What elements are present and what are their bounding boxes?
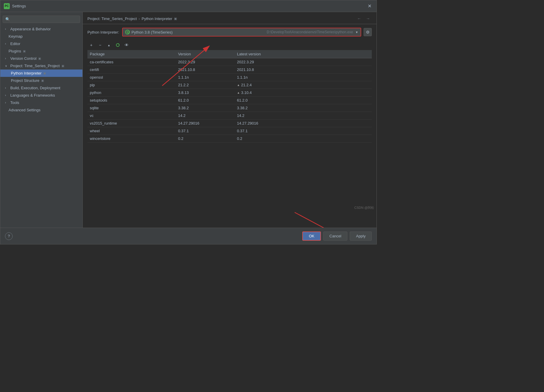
main-content: Project: Time_Series_Project › Python In… [83,12,377,228]
package-version: 0.2 [178,136,237,141]
sidebar-item-label: Tools [10,100,19,105]
interpreter-status-icon [125,30,130,34]
sidebar-item-tools[interactable]: › Tools [0,99,82,106]
package-version: 61.2.0 [178,98,237,102]
table-row[interactable]: setuptools61.2.061.2.0 [87,97,372,104]
package-name: wincertstore [90,136,178,141]
sidebar-item-label: Plugins [9,49,21,53]
watermark: CSDN @阿松 [354,206,374,210]
package-latest: 0.2 [237,136,369,141]
package-name: python [90,90,178,95]
cancel-button[interactable]: Cancel [323,231,347,241]
package-latest: 3.38.2 [237,106,369,110]
sidebar-item-project[interactable]: ∨ Project: Time_Series_Project ▣ [0,62,82,70]
package-name: pip [90,83,178,87]
sidebar-item-label: Appearance & Behavior [10,27,51,31]
breadcrumb-separator: › [139,16,140,21]
breadcrumb-page: Python Interpreter [142,16,172,21]
version-control-icon: ▣ [38,57,41,60]
upgrade-arrow-icon: ▲ [237,91,240,94]
interpreter-settings-button[interactable]: ⚙ [364,28,372,36]
sidebar-item-label: Project Structure [11,78,39,83]
python-interpreter-icon: ▣ [43,72,46,75]
package-name: wheel [90,129,178,133]
sidebar-item-keymap[interactable]: Keymap [0,33,82,40]
table-row[interactable]: openssl1.1.1n1.1.1n [87,74,372,81]
forward-arrow[interactable]: → [364,16,372,21]
table-row[interactable]: sqlite3.38.23.38.2 [87,104,372,112]
apply-button[interactable]: Apply [350,231,372,241]
package-latest: 2022.3.29 [237,60,369,64]
chevron-right-icon: › [5,42,9,45]
chevron-down-icon: ∨ [5,64,9,67]
plugins-icon: ▣ [23,49,26,53]
interpreter-selector[interactable]: Python 3.8 (TimeSeries) D:\DevelopTool\A… [122,28,361,37]
sidebar-item-build[interactable]: › Build, Execution, Deployment [0,84,82,92]
package-latest: 14.27.29016 [237,121,369,125]
remove-package-button[interactable]: − [96,41,104,49]
package-latest: 61.2.0 [237,98,369,102]
sidebar-item-appearance[interactable]: › Appearance & Behavior [0,25,82,33]
search-box[interactable]: 🔍 [3,16,80,23]
sidebar-item-languages[interactable]: › Languages & Frameworks [0,92,82,99]
sidebar-item-label: Languages & Frameworks [10,93,55,97]
interpreter-name: Python 3.8 (TimeSeries) [132,30,266,34]
help-button[interactable]: ? [5,232,13,240]
main-header: Project: Time_Series_Project › Python In… [83,12,377,24]
reload-button[interactable] [114,41,122,49]
package-name: setuptools [90,98,178,102]
table-row[interactable]: vs2015_runtime14.27.2901614.27.29016 [87,120,372,127]
package-version: 14.27.29016 [178,121,237,125]
sidebar-item-project-structure[interactable]: Project Structure ▣ [0,77,82,84]
dialog-footer: ? OK Cancel Apply [0,228,377,244]
breadcrumb: Project: Time_Series_Project › Python In… [87,16,177,21]
table-header: Package Version Latest version [87,50,372,58]
table-row[interactable]: vc14.214.2 [87,112,372,120]
sidebar-item-plugins[interactable]: Plugins ▣ [0,47,82,55]
add-package-button[interactable]: + [87,41,95,49]
close-button[interactable]: ✕ [366,3,373,10]
sidebar: 🔍 › Appearance & Behavior Keymap › Edito… [0,12,83,228]
packages-toolbar: + − ▲ 👁 [83,40,377,50]
sidebar-item-label: Advanced Settings [9,108,40,112]
table-row[interactable]: wheel0.37.10.37.1 [87,127,372,135]
table-row[interactable]: pip21.2.2▲ 21.2.4 [87,81,372,89]
project-structure-icon: ▣ [41,79,44,82]
back-arrow[interactable]: ← [355,16,363,21]
chevron-right-icon: › [5,57,9,60]
show-button[interactable]: 👁 [123,41,130,49]
package-version: 1.1.1n [178,75,237,80]
app-icon: PC [4,3,10,9]
up-button[interactable]: ▲ [105,41,113,49]
search-input[interactable] [12,17,77,21]
package-version: 2022.3.29 [178,60,237,64]
project-icon: ▣ [62,64,64,67]
interpreter-row: Python Interpreter: Python 3.8 (TimeSeri… [83,24,377,40]
package-version: 14.2 [178,113,237,118]
packages-table: Package Version Latest version ca-certif… [87,50,372,228]
table-row[interactable]: certifi2021.10.82021.10.8 [87,66,372,74]
table-row[interactable]: ca-certificates2022.3.292022.3.29 [87,58,372,66]
sidebar-item-advanced[interactable]: Advanced Settings [0,106,82,114]
package-name: certifi [90,67,178,72]
col-package: Package [90,52,178,56]
sidebar-item-version-control[interactable]: › Version Control ▣ [0,55,82,62]
package-name: openssl [90,75,178,80]
table-body: ca-certificates2022.3.292022.3.29certifi… [87,58,372,143]
table-row[interactable]: python3.8.13▲ 3.10.4 [87,89,372,97]
sidebar-item-editor[interactable]: › Editor [0,40,82,47]
settings-dialog: PC Settings ✕ 🔍 › Appearance & Behavior … [0,0,377,244]
chevron-right-icon: › [5,94,9,97]
breadcrumb-project: Project: Time_Series_Project [87,16,137,21]
package-name: ca-certificates [90,60,178,64]
package-name: sqlite [90,106,178,110]
ok-button[interactable]: OK [302,231,321,241]
nav-arrows: ← → [355,16,372,21]
sidebar-item-python-interpreter[interactable]: Python Interpreter ▣ [0,70,82,77]
title-bar: PC Settings ✕ [0,0,377,12]
col-latest: Latest version [237,52,369,56]
package-version: 2021.10.8 [178,67,237,72]
table-row[interactable]: wincertstore0.20.2 [87,135,372,143]
chevron-right-icon: › [5,101,9,104]
package-name: vs2015_runtime [90,121,178,125]
